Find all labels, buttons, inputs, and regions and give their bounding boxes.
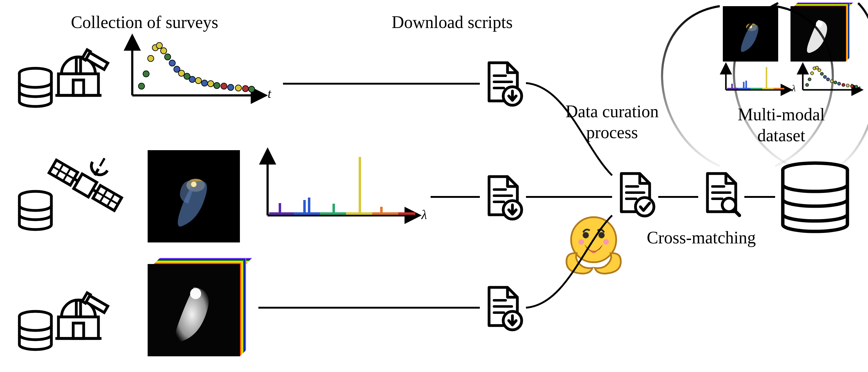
thumb-galaxy-cube — [790, 6, 846, 62]
observatory-icon — [55, 293, 108, 338]
svg-point-11 — [583, 232, 589, 238]
svg-point-54 — [169, 60, 175, 66]
svg-point-62 — [214, 83, 220, 89]
svg-point-50 — [152, 44, 158, 51]
svg-point-63 — [221, 83, 227, 89]
svg-point-104 — [810, 72, 813, 75]
svg-point-51 — [156, 42, 162, 49]
file-download-icon — [489, 287, 522, 330]
satellite-icon — [49, 154, 122, 211]
label-mm-l1: Multi-modal — [720, 104, 843, 124]
svg-point-58 — [189, 76, 195, 83]
database-icon — [20, 311, 51, 349]
svg-point-7 — [749, 25, 752, 28]
axis-lambda-1: λ — [422, 207, 427, 222]
axis-time-1: t — [268, 86, 271, 101]
svg-point-9 — [816, 21, 823, 27]
galaxy-image-color — [148, 150, 240, 243]
lightcurve-plot — [132, 37, 265, 95]
svg-point-65 — [235, 85, 242, 91]
database-large-icon — [783, 163, 847, 231]
svg-point-61 — [208, 81, 214, 87]
galaxy-image-cube — [148, 264, 240, 356]
svg-point-110 — [827, 78, 830, 81]
svg-point-13 — [579, 239, 584, 245]
svg-point-111 — [830, 80, 833, 83]
svg-point-66 — [242, 86, 249, 92]
svg-point-106 — [815, 66, 818, 69]
label-curation-l1: Data curation — [548, 101, 677, 121]
svg-point-47 — [138, 83, 145, 89]
svg-point-115 — [846, 84, 849, 87]
svg-point-67 — [249, 86, 255, 92]
svg-point-108 — [820, 72, 824, 75]
svg-point-2 — [191, 182, 196, 187]
file-download-icon — [489, 177, 522, 219]
svg-point-117 — [855, 85, 858, 88]
label-curation-l2: process — [548, 122, 677, 142]
pipeline-diagram: Collection of surveys Download scripts D… — [0, 0, 868, 372]
label-collection: Collection of surveys — [46, 12, 243, 32]
svg-point-116 — [850, 85, 854, 88]
thumb-cube-side — [846, 2, 849, 62]
svg-point-102 — [806, 83, 809, 87]
file-download-icon — [489, 63, 522, 105]
svg-point-52 — [160, 48, 167, 54]
axis-lambda-2: λ — [792, 83, 796, 94]
thumb-cube-top — [794, 2, 853, 6]
thumb-galaxy-color — [723, 6, 778, 62]
svg-point-105 — [813, 67, 816, 70]
cube-side-rainbow — [240, 258, 246, 356]
svg-point-53 — [164, 54, 171, 60]
database-icon — [20, 68, 51, 106]
svg-point-12 — [598, 232, 605, 238]
label-download: Download scripts — [375, 12, 529, 32]
mini-lightcurve — [803, 65, 861, 90]
mini-spectrum — [726, 65, 790, 90]
svg-point-107 — [818, 69, 821, 72]
svg-point-113 — [838, 82, 841, 85]
axis-time-2: t — [858, 83, 861, 94]
cube-top-rainbow — [154, 258, 252, 264]
svg-point-59 — [195, 78, 202, 84]
svg-point-57 — [184, 73, 190, 80]
huggingface-icon — [560, 209, 627, 277]
svg-point-55 — [174, 66, 180, 72]
svg-point-14 — [603, 239, 609, 245]
svg-point-49 — [148, 55, 154, 62]
observatory-icon — [55, 50, 108, 95]
svg-point-64 — [227, 84, 234, 90]
svg-point-48 — [143, 71, 149, 77]
file-search-icon — [708, 174, 739, 215]
svg-point-88 — [783, 163, 847, 177]
svg-point-56 — [178, 70, 185, 76]
label-mm-l2: dataset — [720, 126, 843, 145]
database-icon — [20, 191, 51, 229]
svg-point-10 — [571, 217, 616, 262]
spectrum-plot — [268, 151, 418, 215]
svg-point-109 — [824, 75, 827, 79]
svg-point-103 — [808, 78, 811, 81]
svg-point-4 — [190, 288, 201, 299]
svg-point-60 — [202, 80, 208, 86]
svg-point-114 — [842, 83, 845, 87]
label-crossmatch: Cross-matching — [633, 228, 769, 247]
svg-point-112 — [834, 81, 837, 84]
